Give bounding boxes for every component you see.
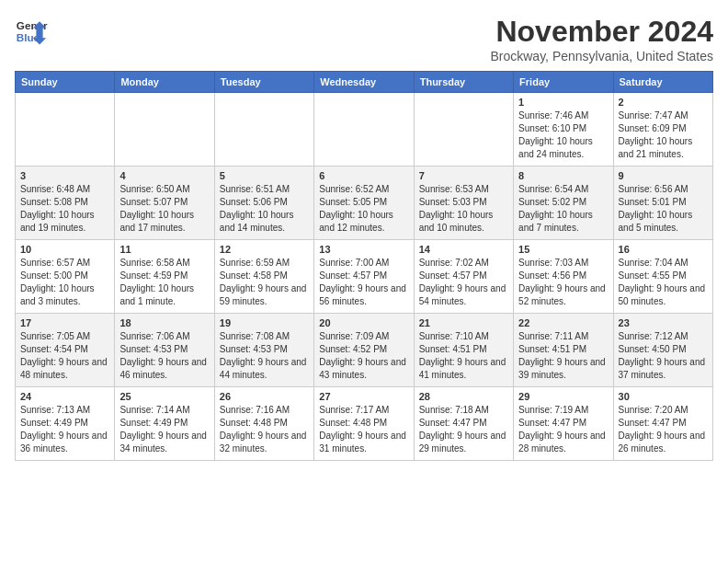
day-info: Sunrise: 7:08 AM Sunset: 4:53 PM Dayligh… <box>220 330 309 382</box>
day-info: Sunrise: 7:04 AM Sunset: 4:55 PM Dayligh… <box>619 257 708 308</box>
calendar-day-cell: 13Sunrise: 7:00 AM Sunset: 4:57 PM Dayli… <box>314 240 414 314</box>
day-info: Sunrise: 7:46 AM Sunset: 6:10 PM Dayligh… <box>518 109 608 161</box>
title-area: November 2024 Brockway, Pennsylvania, Un… <box>490 15 713 63</box>
day-of-week-header: Sunday <box>16 72 115 93</box>
day-info: Sunrise: 7:03 AM Sunset: 4:56 PM Dayligh… <box>518 257 608 308</box>
calendar-day-cell <box>115 93 214 167</box>
day-number: 27 <box>319 391 408 402</box>
day-number: 6 <box>319 170 408 181</box>
day-number: 5 <box>220 170 309 181</box>
calendar-day-cell: 10Sunrise: 6:57 AM Sunset: 5:00 PM Dayli… <box>16 240 115 314</box>
day-info: Sunrise: 7:13 AM Sunset: 4:49 PM Dayligh… <box>20 404 109 455</box>
day-of-week-header: Tuesday <box>214 72 313 93</box>
calendar-day-cell: 29Sunrise: 7:19 AM Sunset: 4:47 PM Dayli… <box>514 387 613 461</box>
calendar-week-row: 24Sunrise: 7:13 AM Sunset: 4:49 PM Dayli… <box>16 387 713 461</box>
day-info: Sunrise: 7:16 AM Sunset: 4:48 PM Dayligh… <box>220 404 309 455</box>
calendar-week-row: 17Sunrise: 7:05 AM Sunset: 4:54 PM Dayli… <box>16 314 713 387</box>
calendar-day-cell: 21Sunrise: 7:10 AM Sunset: 4:51 PM Dayli… <box>414 314 513 387</box>
day-number: 18 <box>119 317 209 328</box>
day-number: 16 <box>619 244 708 255</box>
calendar-day-cell: 16Sunrise: 7:04 AM Sunset: 4:55 PM Dayli… <box>613 240 712 314</box>
day-info: Sunrise: 6:57 AM Sunset: 5:00 PM Dayligh… <box>20 257 109 308</box>
day-number: 24 <box>20 391 109 402</box>
calendar-week-row: 10Sunrise: 6:57 AM Sunset: 5:00 PM Dayli… <box>16 240 713 314</box>
day-number: 23 <box>619 317 708 328</box>
day-info: Sunrise: 7:05 AM Sunset: 4:54 PM Dayligh… <box>20 330 109 382</box>
calendar-day-cell: 11Sunrise: 6:58 AM Sunset: 4:59 PM Dayli… <box>115 240 214 314</box>
calendar-day-cell: 25Sunrise: 7:14 AM Sunset: 4:49 PM Dayli… <box>115 387 214 461</box>
day-number: 11 <box>119 244 209 255</box>
days-of-week-row: SundayMondayTuesdayWednesdayThursdayFrid… <box>16 72 713 93</box>
day-info: Sunrise: 7:18 AM Sunset: 4:47 PM Dayligh… <box>419 404 508 455</box>
day-info: Sunrise: 7:02 AM Sunset: 4:57 PM Dayligh… <box>419 257 508 308</box>
day-info: Sunrise: 7:06 AM Sunset: 4:53 PM Dayligh… <box>119 330 209 382</box>
calendar-day-cell: 4Sunrise: 6:50 AM Sunset: 5:07 PM Daylig… <box>115 167 214 240</box>
day-number: 4 <box>119 170 209 181</box>
day-info: Sunrise: 6:56 AM Sunset: 5:01 PM Dayligh… <box>619 183 708 235</box>
day-info: Sunrise: 6:52 AM Sunset: 5:05 PM Dayligh… <box>319 183 408 235</box>
day-info: Sunrise: 7:00 AM Sunset: 4:57 PM Dayligh… <box>319 257 408 308</box>
calendar-day-cell <box>314 93 414 167</box>
calendar-day-cell: 7Sunrise: 6:53 AM Sunset: 5:03 PM Daylig… <box>414 167 513 240</box>
day-info: Sunrise: 6:59 AM Sunset: 4:58 PM Dayligh… <box>220 257 309 308</box>
day-number: 3 <box>20 170 109 181</box>
day-of-week-header: Thursday <box>414 72 513 93</box>
day-number: 10 <box>20 244 109 255</box>
calendar-week-row: 3Sunrise: 6:48 AM Sunset: 5:08 PM Daylig… <box>16 167 713 240</box>
calendar-day-cell: 30Sunrise: 7:20 AM Sunset: 4:47 PM Dayli… <box>613 387 712 461</box>
day-number: 12 <box>220 244 309 255</box>
day-info: Sunrise: 6:53 AM Sunset: 5:03 PM Dayligh… <box>419 183 508 235</box>
calendar-day-cell: 24Sunrise: 7:13 AM Sunset: 4:49 PM Dayli… <box>16 387 115 461</box>
calendar-body: 1Sunrise: 7:46 AM Sunset: 6:10 PM Daylig… <box>16 93 713 461</box>
day-number: 13 <box>319 244 408 255</box>
day-info: Sunrise: 6:51 AM Sunset: 5:06 PM Dayligh… <box>220 183 309 235</box>
location: Brockway, Pennsylvania, United States <box>490 49 713 63</box>
calendar-day-cell <box>414 93 513 167</box>
calendar-day-cell: 3Sunrise: 6:48 AM Sunset: 5:08 PM Daylig… <box>16 167 115 240</box>
day-of-week-header: Wednesday <box>314 72 414 93</box>
calendar-day-cell: 15Sunrise: 7:03 AM Sunset: 4:56 PM Dayli… <box>514 240 613 314</box>
day-number: 21 <box>419 317 508 328</box>
calendar-day-cell: 1Sunrise: 7:46 AM Sunset: 6:10 PM Daylig… <box>514 93 613 167</box>
calendar-week-row: 1Sunrise: 7:46 AM Sunset: 6:10 PM Daylig… <box>16 93 713 167</box>
day-number: 28 <box>419 391 508 402</box>
day-number: 25 <box>119 391 209 402</box>
day-info: Sunrise: 6:48 AM Sunset: 5:08 PM Dayligh… <box>20 183 109 235</box>
day-number: 14 <box>419 244 508 255</box>
calendar-day-cell <box>214 93 313 167</box>
day-info: Sunrise: 7:47 AM Sunset: 6:09 PM Dayligh… <box>619 109 708 161</box>
calendar-day-cell: 12Sunrise: 6:59 AM Sunset: 4:58 PM Dayli… <box>214 240 313 314</box>
calendar-day-cell: 9Sunrise: 6:56 AM Sunset: 5:01 PM Daylig… <box>613 167 712 240</box>
day-number: 30 <box>619 391 708 402</box>
calendar-day-cell: 6Sunrise: 6:52 AM Sunset: 5:05 PM Daylig… <box>314 167 414 240</box>
calendar-day-cell <box>16 93 115 167</box>
day-number: 20 <box>319 317 408 328</box>
day-info: Sunrise: 7:17 AM Sunset: 4:48 PM Dayligh… <box>319 404 408 455</box>
day-info: Sunrise: 7:12 AM Sunset: 4:50 PM Dayligh… <box>619 330 708 382</box>
logo: General Blue <box>15 15 48 48</box>
day-of-week-header: Saturday <box>613 72 712 93</box>
calendar-day-cell: 28Sunrise: 7:18 AM Sunset: 4:47 PM Dayli… <box>414 387 513 461</box>
day-info: Sunrise: 7:09 AM Sunset: 4:52 PM Dayligh… <box>319 330 408 382</box>
day-number: 19 <box>220 317 309 328</box>
day-number: 7 <box>419 170 508 181</box>
calendar-day-cell: 26Sunrise: 7:16 AM Sunset: 4:48 PM Dayli… <box>214 387 313 461</box>
day-number: 17 <box>20 317 109 328</box>
day-number: 9 <box>619 170 708 181</box>
calendar-day-cell: 18Sunrise: 7:06 AM Sunset: 4:53 PM Dayli… <box>115 314 214 387</box>
day-of-week-header: Monday <box>115 72 214 93</box>
page-header: General Blue November 2024 Brockway, Pen… <box>15 15 713 63</box>
calendar-day-cell: 19Sunrise: 7:08 AM Sunset: 4:53 PM Dayli… <box>214 314 313 387</box>
day-of-week-header: Friday <box>514 72 613 93</box>
calendar-day-cell: 22Sunrise: 7:11 AM Sunset: 4:51 PM Dayli… <box>514 314 613 387</box>
day-number: 2 <box>619 97 708 108</box>
day-number: 8 <box>518 170 608 181</box>
day-info: Sunrise: 6:50 AM Sunset: 5:07 PM Dayligh… <box>119 183 209 235</box>
calendar-day-cell: 20Sunrise: 7:09 AM Sunset: 4:52 PM Dayli… <box>314 314 414 387</box>
day-number: 22 <box>518 317 608 328</box>
day-info: Sunrise: 6:54 AM Sunset: 5:02 PM Dayligh… <box>518 183 608 235</box>
logo-icon: General Blue <box>15 15 48 48</box>
day-info: Sunrise: 7:10 AM Sunset: 4:51 PM Dayligh… <box>419 330 508 382</box>
day-info: Sunrise: 7:11 AM Sunset: 4:51 PM Dayligh… <box>518 330 608 382</box>
calendar-day-cell: 23Sunrise: 7:12 AM Sunset: 4:50 PM Dayli… <box>613 314 712 387</box>
